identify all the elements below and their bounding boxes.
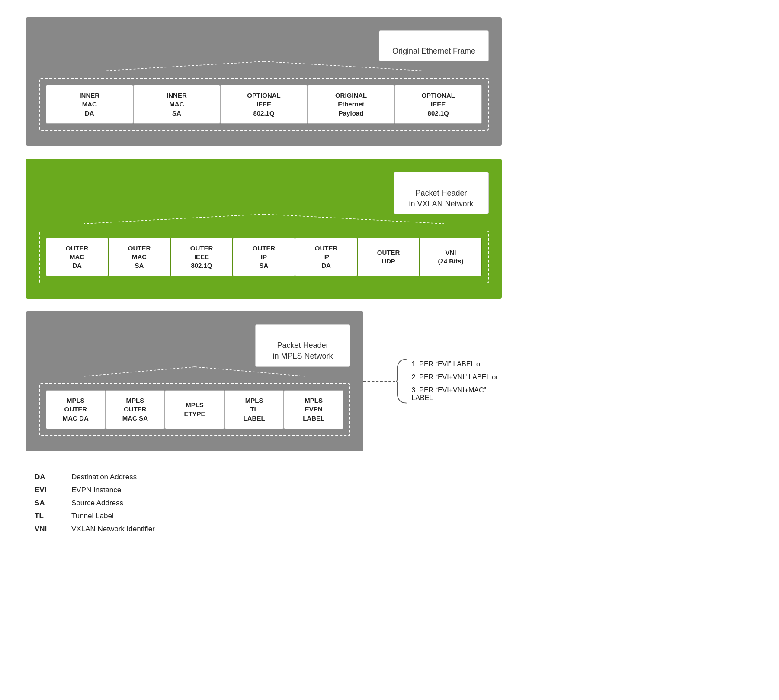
legend-row-sa: SA Source Address (35, 499, 502, 507)
field-label-outer-mac-da: OUTERMACDA (66, 244, 89, 270)
field-outer-mac-da: OUTERMACDA (46, 238, 108, 276)
field-optional-ieee-1: OPTIONALIEEE802.1Q (220, 85, 308, 124)
ethernet-panel-inner: Original Ethernet Frame INNERMACDA INNER… (39, 30, 489, 131)
mpls-label-1: 1. PER “EVI” LABEL or (411, 360, 502, 368)
field-label-optional-ieee-2: OPTIONALIEEE802.1Q (421, 91, 455, 118)
field-vni: VNI(24 Bits) (420, 238, 482, 276)
field-label-mpls-tl-label: MPLSTLLABEL (244, 396, 265, 423)
ethernet-title-row: Original Ethernet Frame (39, 30, 489, 61)
vxlan-title: Packet Header in VXLAN Network (409, 189, 473, 208)
legend-val-vni: VXLAN Network Identifier (71, 525, 155, 533)
field-label-vni: VNI(24 Bits) (438, 248, 463, 266)
field-label-outer-ip-sa: OUTERIPSA (253, 244, 276, 270)
legend-val-sa: Source Address (71, 499, 123, 507)
field-mpls-tl-label: MPLSTLLABEL (224, 390, 284, 429)
legend: DA Destination Address EVI EVPN Instance… (26, 473, 502, 533)
mpls-annotation: 1. PER “EVI” LABEL or 2. PER “EVI+VNI” L… (363, 355, 502, 407)
legend-row-tl: TL Tunnel Label (35, 512, 502, 520)
legend-key-evi: EVI (35, 486, 58, 494)
field-mpls-outer-mac-sa: MPLSOUTERMAC SA (106, 390, 165, 429)
field-label-mpls-etype: MPLSETYPE (184, 401, 205, 418)
legend-val-da: Destination Address (71, 473, 137, 482)
mpls-title-box: Packet Header in MPLS Network (255, 324, 350, 367)
field-label-inner-mac-da: INNERMACDA (79, 91, 99, 118)
legend-row-vni: VNI VXLAN Network Identifier (35, 525, 502, 533)
mpls-panel: Packet Header in MPLS Network MPLSOUTERM… (26, 311, 363, 451)
mpls-section: Packet Header in MPLS Network MPLSOUTERM… (26, 311, 502, 451)
vxlan-panel: Packet Header in VXLAN Network OUTERMACD… (26, 159, 502, 299)
field-mpls-outer-mac-da: MPLSOUTERMAC DA (46, 390, 106, 429)
field-label-inner-mac-sa: INNERMACSA (167, 91, 187, 118)
vxlan-panel-inner: Packet Header in VXLAN Network OUTERMACD… (39, 172, 489, 283)
mpls-labels-list: 1. PER “EVI” LABEL or 2. PER “EVI+VNI” L… (407, 360, 502, 402)
svg-line-1 (264, 61, 426, 71)
vxlan-fields-wrapper: OUTERMACDA OUTERMACSA OUTERIEEE802.1Q OU… (39, 231, 489, 283)
field-outer-ip-da: OUTERIPDA (295, 238, 357, 276)
mpls-title: Packet Header in MPLS Network (272, 341, 333, 360)
field-label-outer-udp: OUTERUDP (377, 248, 400, 266)
vxlan-connector-svg (39, 214, 489, 224)
ethernet-title: Original Ethernet Frame (392, 47, 475, 55)
mpls-title-row: Packet Header in MPLS Network (39, 324, 350, 367)
field-inner-mac-da: INNERMACDA (46, 85, 133, 124)
mpls-brace-area: 1. PER “EVI” LABEL or 2. PER “EVI+VNI” L… (395, 355, 502, 407)
legend-row-da: DA Destination Address (35, 473, 502, 482)
field-optional-ieee-2: OPTIONALIEEE802.1Q (394, 85, 482, 124)
ethernet-fields-wrapper: INNERMACDA INNERMACSA OPTIONALIEEE802.1Q… (39, 78, 489, 131)
mpls-dotted-line (363, 381, 395, 382)
mpls-label-3: 3. PER “EVI+VNI+MAC” LABEL (411, 386, 502, 402)
field-label-mpls-outer-mac-sa: MPLSOUTERMAC SA (122, 396, 148, 423)
legend-key-sa: SA (35, 499, 58, 507)
vxlan-title-row: Packet Header in VXLAN Network (39, 172, 489, 214)
mpls-label-2: 2. PER “EVI+VNI” LABEL or (411, 373, 502, 381)
field-outer-ieee: OUTERIEEE802.1Q (170, 238, 233, 276)
field-label-original-payload: ORIGINALEthernetPayload (335, 91, 367, 118)
legend-row-evi: EVI EVPN Instance (35, 486, 502, 494)
mpls-panel-inner: Packet Header in MPLS Network MPLSOUTERM… (39, 324, 350, 436)
field-inner-mac-sa: INNERMACSA (133, 85, 221, 124)
field-mpls-etype: MPLSETYPE (165, 390, 224, 429)
field-original-payload: ORIGINALEthernetPayload (308, 85, 395, 124)
svg-line-0 (102, 61, 264, 71)
legend-key-da: DA (35, 473, 58, 482)
mpls-fields-wrapper: MPLSOUTERMAC DA MPLSOUTERMAC SA MPLSETYP… (39, 383, 350, 436)
field-outer-ip-sa: OUTERIPSA (233, 238, 295, 276)
legend-val-evi: EVPN Instance (71, 486, 121, 494)
field-label-optional-ieee-1: OPTIONALIEEE802.1Q (247, 91, 281, 118)
field-outer-udp: OUTERUDP (357, 238, 420, 276)
ethernet-connector-svg (39, 61, 489, 71)
ethernet-title-box: Original Ethernet Frame (379, 30, 489, 61)
ethernet-panel: Original Ethernet Frame INNERMACDA INNER… (26, 17, 502, 146)
field-outer-mac-sa: OUTERMACSA (108, 238, 170, 276)
mpls-brace-svg (395, 355, 407, 407)
vxlan-title-box: Packet Header in VXLAN Network (394, 172, 489, 214)
field-label-outer-ieee: OUTERIEEE802.1Q (190, 244, 213, 270)
svg-line-2 (84, 214, 264, 224)
legend-key-tl: TL (35, 512, 58, 520)
field-label-mpls-evpn-label: MPLSEVPNLABEL (303, 396, 324, 423)
legend-key-vni: VNI (35, 525, 58, 533)
field-label-mpls-outer-mac-da: MPLSOUTERMAC DA (63, 396, 89, 423)
svg-line-4 (83, 367, 195, 376)
field-label-outer-mac-sa: OUTERMACSA (128, 244, 151, 270)
field-label-outer-ip-da: OUTERIPDA (315, 244, 338, 270)
svg-line-5 (195, 367, 307, 376)
mpls-connector-svg (39, 367, 350, 376)
field-mpls-evpn-label: MPLSEVPNLABEL (284, 390, 343, 429)
svg-line-3 (264, 214, 444, 224)
legend-val-tl: Tunnel Label (71, 512, 114, 520)
